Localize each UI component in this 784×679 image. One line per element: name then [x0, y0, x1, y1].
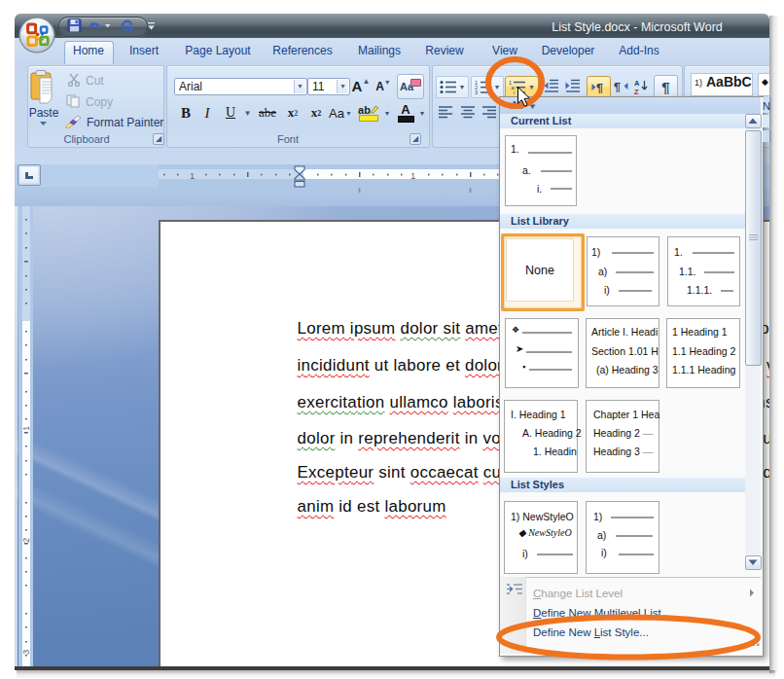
- svg-text:¶: ¶: [596, 82, 603, 94]
- svg-text:3: 3: [475, 89, 478, 94]
- svg-text:¶: ¶: [614, 81, 621, 93]
- svg-text:3: 3: [20, 650, 31, 655]
- svg-text:2: 2: [20, 538, 31, 543]
- svg-text:1: 1: [20, 426, 31, 431]
- svg-text:1: 1: [190, 170, 195, 181]
- svg-text:i: i: [514, 89, 515, 94]
- svg-text:Z: Z: [634, 87, 639, 94]
- svg-text:1: 1: [410, 170, 415, 181]
